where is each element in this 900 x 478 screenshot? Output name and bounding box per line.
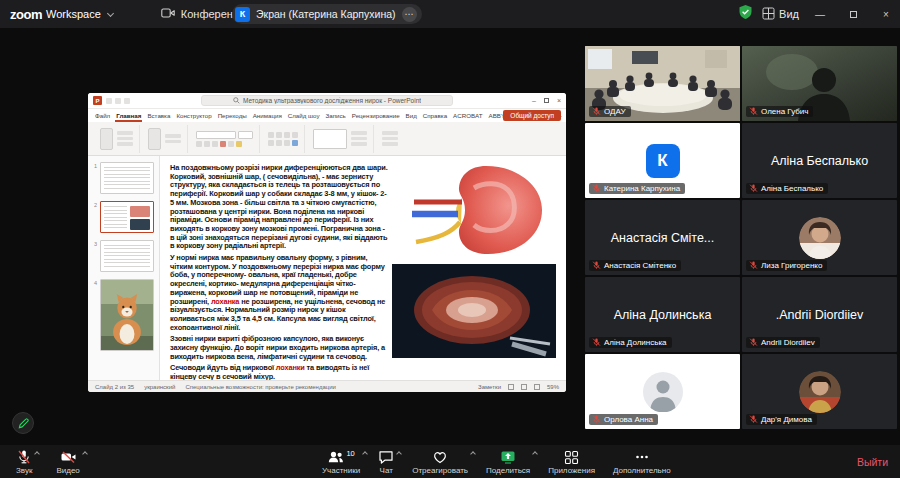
toolbar-label: Дополнительно: [613, 466, 671, 475]
ppt-tab-Запись[interactable]: Запись: [325, 109, 347, 122]
participant-tile-8[interactable]: .Andrii DiordiievAndrii Diordiiev: [742, 277, 897, 352]
notes-button[interactable]: Заметки: [478, 384, 501, 390]
participant-tile-10[interactable]: Дар'я Димова: [742, 354, 897, 429]
ppt-tab-Анимация[interactable]: Анимация: [252, 109, 283, 122]
toolbar-center-group: 10УчастникиЧатОтреагироватьПоделитьсяПри…: [314, 445, 679, 478]
participant-tile-9[interactable]: Орлова Анна: [585, 354, 740, 429]
chevron-up-icon[interactable]: [362, 451, 368, 457]
ppt-tab-Главная[interactable]: Главная: [115, 109, 142, 122]
kidney-illustration-image: [394, 160, 556, 260]
ribbon-decor: [382, 131, 398, 146]
avatar-letter: К: [646, 144, 680, 178]
toolbar-apps-button[interactable]: Приложения: [540, 445, 603, 478]
annotation-pencil-button[interactable]: [12, 412, 34, 434]
zoom-level[interactable]: 59%: [547, 384, 559, 390]
view-grid-icon: [762, 7, 775, 22]
accessibility-indicator[interactable]: Специальные возможности: проверьте реком…: [185, 384, 335, 390]
ppt-tab-Вставка[interactable]: Вставка: [146, 109, 171, 122]
toolbar-chat-button[interactable]: Чат: [370, 445, 402, 478]
ppt-share-button[interactable]: Общий доступ: [503, 110, 561, 121]
maximize-button[interactable]: [841, 0, 865, 28]
ribbon-group-paragraph[interactable]: [262, 125, 305, 153]
paste-button[interactable]: [100, 128, 113, 150]
ribbon-decor: [165, 134, 181, 143]
cat-photo-thumbnail: [100, 279, 154, 351]
search-icon: [233, 97, 240, 105]
chevron-up-icon[interactable]: [82, 451, 88, 457]
slide-thumbnail-cat[interactable]: 4: [91, 279, 154, 351]
participant-tile-7[interactable]: Аліна ДолинськаАліна Долинська: [585, 277, 740, 352]
slide-number: 4: [91, 279, 97, 351]
ppt-tab-Переходы[interactable]: Переходы: [217, 109, 248, 122]
toolbar-share-button[interactable]: Поделиться: [478, 445, 538, 478]
participant-tile-6[interactable]: Лиза Григоренко: [742, 200, 897, 275]
participant-tile-3[interactable]: ККатерина Карпухина: [585, 123, 740, 198]
ribbon-group-slides[interactable]: [142, 125, 188, 153]
toolbar-participants-button[interactable]: 10Участники: [314, 445, 368, 478]
slide-thumbnail-1[interactable]: 1: [91, 162, 154, 194]
ppt-tab-Рецензирование[interactable]: Рецензирование: [351, 109, 401, 122]
status-right-cluster: Заметки 59%: [478, 384, 559, 390]
slideshow-view-icon[interactable]: [534, 384, 540, 390]
workspace-label: Workspace: [46, 8, 101, 20]
slide-thumbnail-3[interactable]: 3: [91, 240, 154, 272]
ppt-tab-Файл[interactable]: Файл: [94, 109, 111, 122]
meeting-control-bar: ЗвукВидео 10УчастникиЧатОтреагироватьПод…: [0, 445, 900, 478]
toolbar-video-button[interactable]: Видео: [48, 445, 87, 478]
shapes-gallery[interactable]: [313, 129, 347, 149]
leave-meeting-button[interactable]: Выйти: [857, 445, 888, 478]
ppt-tab-Справка[interactable]: Справка: [422, 109, 448, 122]
toolbar-react-button[interactable]: Отреагировать: [404, 445, 476, 478]
language-indicator[interactable]: украинский: [144, 384, 175, 390]
participant-tile-1[interactable]: ОДАУ: [585, 46, 740, 121]
ribbon-group-editing[interactable]: [376, 125, 404, 153]
screen-share-indicator[interactable]: К Экран (Катерина Карпухина) ⋯: [232, 4, 422, 24]
chevron-up-icon[interactable]: [532, 451, 538, 457]
chevron-up-icon[interactable]: [470, 451, 476, 457]
ppt-tab-Вид[interactable]: Вид: [405, 109, 418, 122]
participant-tile-5[interactable]: Анастасія Сміте...Анастасія Смітенко: [585, 200, 740, 275]
ppt-tab-Слайд шоу[interactable]: Слайд шоу: [287, 109, 321, 122]
zoom-workspace-menu[interactable]: zoom Workspace: [10, 7, 113, 22]
security-shield-icon[interactable]: [738, 4, 753, 24]
chevron-up-icon[interactable]: [35, 451, 41, 457]
new-slide-button[interactable]: [148, 128, 161, 150]
normal-view-icon[interactable]: [508, 384, 514, 390]
toolbar-label: Поделиться: [486, 466, 530, 475]
participant-label: Дар'я Димова: [746, 414, 817, 425]
ribbon-group-font[interactable]: [190, 125, 260, 153]
ppt-tab-ACROBAT[interactable]: ACROBAT: [452, 109, 483, 122]
close-button[interactable]: ×: [874, 0, 898, 28]
participant-name: Аліна Беспалько: [761, 184, 823, 193]
slide-thumbnail-2[interactable]: 2: [91, 201, 154, 233]
toolbar-left-group: ЗвукВидео: [8, 445, 88, 478]
avatar-photo: [799, 217, 841, 259]
toolbar-audio-button[interactable]: Звук: [8, 445, 40, 478]
ribbon-group-clipboard[interactable]: [94, 125, 140, 153]
muted-mic-icon: [592, 107, 601, 116]
apps-icon: [564, 449, 579, 465]
ppt-maximize-button[interactable]: [544, 98, 549, 103]
ribbon-group-drawing[interactable]: [307, 125, 374, 153]
ppt-search-box[interactable]: Методика ультразвукового дослідження нир…: [201, 95, 453, 106]
ppt-close-button[interactable]: ×: [557, 97, 561, 104]
minimize-button[interactable]: —: [808, 0, 832, 28]
participant-tile-2[interactable]: Олена Губич: [742, 46, 897, 121]
participant-tile-4[interactable]: Аліна БеспалькоАліна Беспалько: [742, 123, 897, 198]
ppt-ribbon[interactable]: [88, 122, 566, 156]
chat-icon: [378, 449, 394, 465]
shared-screen-title: Экран (Катерина Карпухина): [256, 8, 396, 20]
muted-mic-icon: [592, 184, 601, 193]
ppt-minimize-button[interactable]: –: [532, 97, 536, 104]
participant-name: Олена Губич: [761, 107, 808, 116]
view-button[interactable]: Вид: [762, 7, 799, 22]
slide-paragraph: Ззовні нирки вкриті фіброзною капсулою, …: [170, 335, 390, 361]
ppt-tab-Конструктор[interactable]: Конструктор: [175, 109, 212, 122]
quick-access-toolbar[interactable]: [106, 98, 130, 104]
chevron-up-icon[interactable]: [396, 451, 402, 457]
slide-sorter-view-icon[interactable]: [521, 384, 527, 390]
share-options-button[interactable]: ⋯: [402, 7, 417, 22]
toolbar-more-button[interactable]: Дополнительно: [605, 445, 679, 478]
ribbon-decor: [196, 131, 253, 147]
slide-paragraph: У нормі нирка має правильну овальну форм…: [170, 254, 390, 332]
